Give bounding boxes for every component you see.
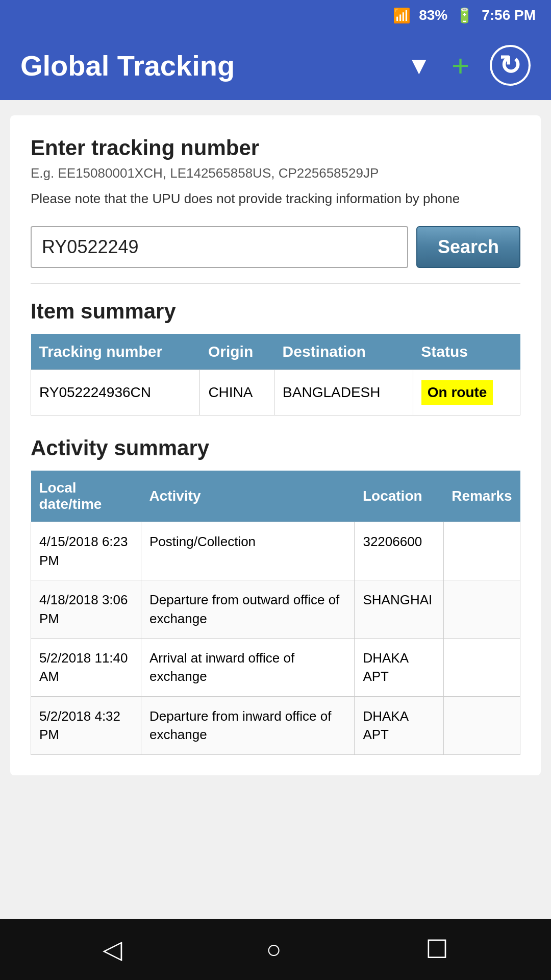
item-summary-table: Tracking number Origin Destination Statu… xyxy=(31,334,520,415)
app-title: Global Tracking xyxy=(20,49,235,82)
table-row: 4/18/2018 3:06 PM Departure from outward… xyxy=(31,580,520,639)
cell-location: SHANGHAI xyxy=(355,580,443,639)
cell-status: On route xyxy=(413,370,520,415)
col-datetime: Localdate/time xyxy=(31,471,141,522)
add-icon[interactable]: + xyxy=(452,48,469,83)
recent-button[interactable]: ☐ xyxy=(425,935,448,964)
tracking-form-card: Enter tracking number E.g. EE15080001XCH… xyxy=(10,115,541,775)
activity-summary-table: Localdate/time Activity Location Remarks… xyxy=(31,471,520,754)
cell-activity: Departure from outward office of exchang… xyxy=(141,580,354,639)
form-note: Please note that the UPU does not provid… xyxy=(31,189,520,208)
battery-level: 83% xyxy=(419,7,447,23)
dropdown-icon[interactable]: ▼ xyxy=(407,52,431,80)
col-status: Status xyxy=(413,334,520,370)
search-row: Search xyxy=(31,226,520,268)
time-display: 7:56 PM xyxy=(482,7,536,23)
cell-tracking-number: RY052224936CN xyxy=(31,370,200,415)
search-button[interactable]: Search xyxy=(416,226,520,268)
header-icons: ▼ + ↻ xyxy=(407,45,531,86)
cell-remarks xyxy=(443,638,520,696)
table-row: RY052224936CN CHINA BANGLADESH On route xyxy=(31,370,520,415)
battery-icon: 🔋 xyxy=(456,7,473,24)
col-tracking-number: Tracking number xyxy=(31,334,200,370)
table-row: 5/2/2018 4:32 PM Departure from inward o… xyxy=(31,696,520,754)
cell-remarks xyxy=(443,696,520,754)
cell-location: DHAKA APT xyxy=(355,638,443,696)
cell-datetime: 5/2/2018 4:32 PM xyxy=(31,696,141,754)
status-badge: On route xyxy=(421,380,493,405)
col-activity: Activity xyxy=(141,471,354,522)
home-button[interactable]: ○ xyxy=(266,935,281,964)
col-destination: Destination xyxy=(274,334,413,370)
refresh-icon[interactable]: ↻ xyxy=(490,45,531,86)
table-row: 5/2/2018 11:40 AM Arrival at inward offi… xyxy=(31,638,520,696)
app-header: Global Tracking ▼ + ↻ xyxy=(0,31,551,100)
main-content: Enter tracking number E.g. EE15080001XCH… xyxy=(0,100,551,919)
activity-summary-title: Activity summary xyxy=(31,436,520,460)
bottom-nav: ◁ ○ ☐ xyxy=(0,919,551,980)
cell-location: DHAKA APT xyxy=(355,696,443,754)
form-heading: Enter tracking number xyxy=(31,136,520,160)
signal-icon: 📶 xyxy=(393,7,411,24)
item-summary-title: Item summary xyxy=(31,299,520,324)
cell-activity: Posting/Collection xyxy=(141,522,354,580)
form-example: E.g. EE15080001XCH, LE142565858US, CP225… xyxy=(31,165,520,181)
cell-datetime: 4/18/2018 3:06 PM xyxy=(31,580,141,639)
back-button[interactable]: ◁ xyxy=(103,935,122,964)
col-origin: Origin xyxy=(200,334,274,370)
table-row: 4/15/2018 6:23 PM Posting/Collection 322… xyxy=(31,522,520,580)
cell-destination: BANGLADESH xyxy=(274,370,413,415)
divider xyxy=(31,283,520,284)
cell-datetime: 5/2/2018 11:40 AM xyxy=(31,638,141,696)
cell-activity: Arrival at inward office of exchange xyxy=(141,638,354,696)
status-bar: 📶 83% 🔋 7:56 PM xyxy=(0,0,551,31)
cell-activity: Departure from inward office of exchange xyxy=(141,696,354,754)
cell-location: 32206600 xyxy=(355,522,443,580)
cell-remarks xyxy=(443,522,520,580)
tracking-input[interactable] xyxy=(31,226,408,268)
col-remarks: Remarks xyxy=(443,471,520,522)
cell-remarks xyxy=(443,580,520,639)
col-location: Location xyxy=(355,471,443,522)
cell-origin: CHINA xyxy=(200,370,274,415)
cell-datetime: 4/15/2018 6:23 PM xyxy=(31,522,141,580)
